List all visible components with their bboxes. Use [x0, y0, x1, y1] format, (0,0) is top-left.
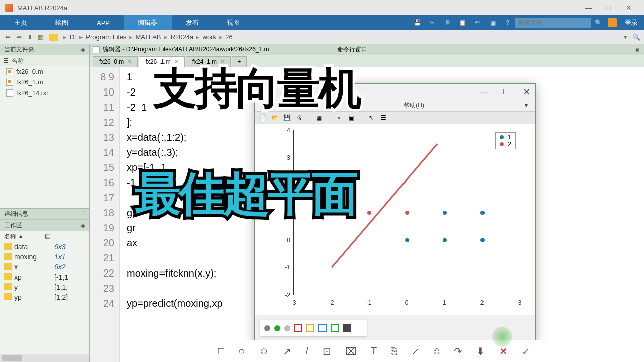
cut-icon[interactable]: ✂ [427, 17, 438, 28]
command-window-header[interactable]: 命令行窗口◉ [333, 44, 644, 55]
svg-point-4 [480, 238, 485, 242]
palette-swatch[interactable] [318, 324, 327, 332]
ws-row[interactable]: yp[1;2] [0, 292, 89, 302]
login-link[interactable]: 登录 [625, 18, 638, 27]
svg-point-2 [443, 211, 447, 215]
anno-tool[interactable]: ○ [238, 345, 245, 357]
menutab-3[interactable]: 编辑器 [124, 15, 172, 30]
annotation-toolbar: □○☺↗/⊡⌧T⎘⤢⎌↷⬇✕✓ [205, 340, 543, 362]
anno-tool[interactable]: ↗ [283, 345, 291, 357]
paste-icon[interactable]: 📋 [457, 17, 468, 28]
anno-tool[interactable]: ☺ [259, 345, 269, 357]
palette-swatch[interactable] [306, 324, 314, 332]
gutter: 8 9 10 11 12 13 14 15 16 17 18 19 20 21 … [90, 67, 120, 362]
overlay-title-1: 支持向量机 [153, 59, 360, 118]
editor-tab[interactable]: fx26_0.m× [93, 56, 138, 67]
breadcrumb[interactable]: D: ▸ Program Files ▸ MATLAB ▸ R2024a ▸ w… [70, 33, 233, 41]
figure-minimize[interactable]: — [480, 87, 488, 96]
file-icon [6, 68, 13, 75]
var-icon [4, 243, 12, 250]
palette-swatch[interactable] [284, 325, 290, 331]
path-search-icon[interactable]: 🔍 [632, 33, 641, 42]
current-folder-header[interactable]: 当前文件夹◉ [0, 44, 89, 55]
ws-row[interactable]: y[1;1; [0, 282, 89, 292]
figure-maximize[interactable]: □ [503, 87, 508, 96]
anno-tool[interactable]: / [305, 345, 308, 357]
ws-row[interactable]: moxing1x1 [0, 252, 89, 262]
ws-row[interactable]: x6x2 [0, 262, 89, 272]
nav-up-icon[interactable]: ⬆ [25, 33, 34, 42]
file-item[interactable]: fx26_14.txt [0, 87, 89, 98]
ws-col-name[interactable]: 名称 ▲ [4, 232, 44, 241]
var-icon [4, 263, 12, 270]
layout-icon[interactable]: ▦ [487, 17, 498, 28]
anno-tool[interactable]: ⎘ [391, 345, 397, 357]
palette-swatch[interactable] [355, 324, 363, 332]
anno-tool[interactable]: ⎌ [434, 345, 440, 357]
save-icon[interactable]: 💾 [412, 17, 423, 28]
anno-tool[interactable]: ↷ [454, 345, 462, 357]
window-minimize[interactable]: — [579, 0, 599, 15]
app-title: MATLAB R2024a [17, 4, 67, 12]
editor-path: 编辑器 - D:\Program Files\MATLAB\R2024a\wor… [103, 45, 269, 54]
anno-tool[interactable]: ⤢ [411, 345, 420, 357]
figure-help-menu[interactable]: 帮助(H) [404, 101, 424, 110]
file-toolbar: ☰ 名称 [0, 55, 89, 66]
workspace-header[interactable]: 工作区◉ [0, 220, 89, 231]
menutab-5[interactable]: 视图 [213, 15, 254, 30]
name-col[interactable]: 名称 [12, 57, 24, 65]
nav-back-icon[interactable]: ⬅ [3, 33, 12, 42]
anno-tool[interactable]: □ [218, 345, 224, 357]
menutab-4[interactable]: 发布 [172, 15, 213, 30]
ws-col-value[interactable]: 值 [44, 232, 50, 241]
var-icon [4, 283, 12, 290]
anno-tool[interactable]: ⊡ [323, 345, 331, 357]
overlay-title-2: 最佳超平面 [135, 163, 356, 225]
copy-icon[interactable]: ⎘ [442, 17, 453, 28]
window-maximize[interactable]: □ [599, 0, 619, 15]
user-icon[interactable] [608, 18, 617, 27]
anno-tool[interactable]: ✕ [499, 345, 508, 357]
menutab-1[interactable]: 绘图 [41, 15, 83, 30]
palette-swatch[interactable] [264, 325, 270, 331]
window-close[interactable]: ✕ [619, 0, 639, 15]
help-icon[interactable]: ? [502, 17, 513, 28]
details-header[interactable]: 详细信息ˆ [0, 209, 89, 220]
search-input[interactable] [515, 18, 591, 28]
legend[interactable]: 1 2 [495, 132, 516, 149]
anno-tool[interactable]: ⬇ [476, 345, 485, 357]
scrollbar-horizontal[interactable] [0, 354, 89, 362]
nav-browse-icon[interactable]: ▦ [36, 33, 45, 42]
file-item[interactable]: fx26_0.m [0, 66, 89, 77]
anno-tool[interactable]: T [371, 345, 377, 357]
script-icon [93, 46, 100, 53]
nav-fwd-icon[interactable]: ➡ [14, 33, 23, 42]
figure-close[interactable]: ✕ [523, 87, 530, 97]
tab-close-icon[interactable]: × [128, 58, 131, 65]
menutab-2[interactable]: APP [83, 15, 124, 30]
folder-icon [49, 34, 58, 41]
cursor-highlight [492, 327, 512, 347]
palette-swatch[interactable] [331, 324, 339, 332]
undo-icon[interactable]: ↶ [472, 17, 483, 28]
menutab-0[interactable]: 主页 [0, 15, 41, 30]
palette-swatch[interactable] [343, 324, 351, 332]
color-palette[interactable] [260, 320, 367, 336]
anno-tool[interactable]: ⌧ [345, 345, 357, 357]
search-go-icon[interactable]: 🔍 [593, 17, 604, 28]
fig-list-icon[interactable]: ☰ [379, 113, 388, 122]
file-icon [6, 89, 13, 97]
path-dropdown-icon[interactable]: ▾ [621, 33, 630, 42]
fig-pointer-icon[interactable]: ↖ [367, 113, 376, 122]
matlab-icon [5, 4, 13, 12]
var-icon [4, 273, 12, 280]
palette-swatch[interactable] [294, 324, 302, 332]
file-list-icon[interactable]: ☰ [3, 57, 9, 64]
ws-row[interactable]: data6x3 [0, 242, 89, 252]
var-icon [4, 293, 12, 300]
var-icon [4, 253, 12, 260]
anno-tool[interactable]: ✓ [522, 345, 530, 357]
ws-row[interactable]: xp[-1,1 [0, 272, 89, 282]
file-item[interactable]: fx26_1.m [0, 77, 89, 87]
palette-swatch[interactable] [274, 325, 280, 331]
